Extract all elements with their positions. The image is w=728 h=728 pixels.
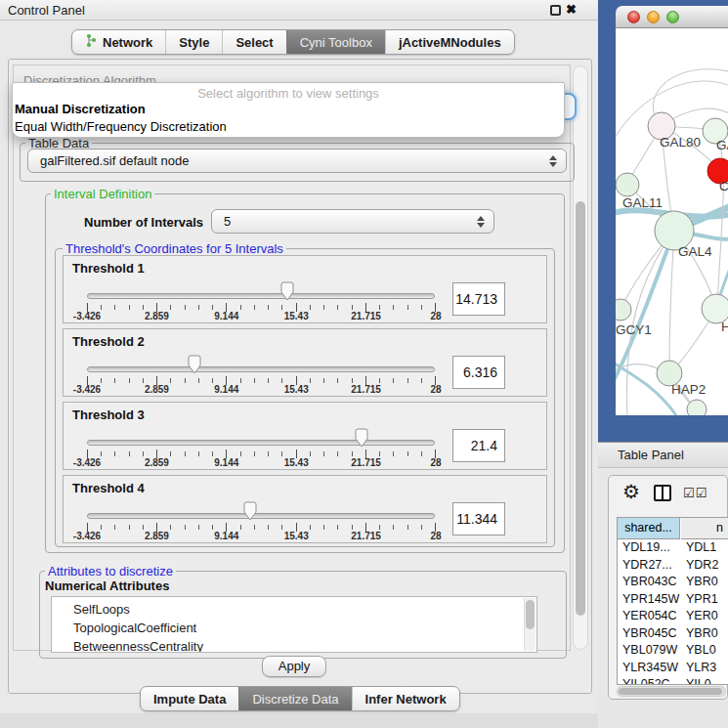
tab-style[interactable]: Style — [165, 30, 222, 54]
node-label: GCY1 — [616, 322, 652, 337]
table-row[interactable]: YBL079WYBL0 — [618, 642, 728, 660]
threshold-card: Threshold 1 -3.426 2.859 9.144 15.43 21.… — [63, 255, 547, 323]
vertical-scrollbar-thumb[interactable] — [576, 201, 585, 616]
table-data-value: galFiltered.sif default node — [40, 153, 189, 168]
node-label: GAL80 — [660, 135, 701, 150]
network-nodes[interactable] — [616, 112, 728, 415]
numerical-attributes-list: SelfLoops TopologicalCoefficient Between… — [51, 596, 537, 653]
tab-label: Impute Data — [153, 692, 226, 707]
algorithm-dropdown-popup: Select algorithm to view settings Manual… — [12, 82, 565, 138]
list-item[interactable]: TopologicalCoefficient — [52, 619, 536, 637]
table-panel-titlebar: Table Panel — [598, 442, 728, 468]
mode-tabbar: Impute Data Discretize Data Infer Networ… — [140, 686, 460, 711]
dropdown-option-manual[interactable]: Manual Discretization — [15, 102, 146, 116]
numerical-attributes-label: Numerical Attributes — [45, 578, 169, 593]
toolbox-tabbar: Network Style Select Cyni Toolbox jActiv… — [71, 29, 515, 55]
tab-cyni-toolbox[interactable]: Cyni Toolbox — [286, 30, 385, 54]
minimize-traffic-light-icon[interactable] — [647, 11, 660, 23]
threshold-label: Threshold 2 — [72, 334, 145, 349]
threshold-value-field[interactable]: 11.344 — [452, 502, 505, 535]
threshold-card: Threshold 4 -3.426 2.859 9.144 15.43 21.… — [63, 475, 547, 543]
node-label: GA — [716, 138, 728, 152]
threshold-label: Threshold 1 — [72, 261, 145, 276]
threshold-value-field[interactable]: 21.4 — [452, 429, 505, 462]
panel-title: Control Panel — [8, 3, 85, 18]
slider-scale-labels: -3.426 2.859 9.144 15.43 21.715 28 — [87, 531, 436, 542]
node-label: C — [719, 179, 728, 193]
horizontal-scrollbar[interactable] — [617, 686, 726, 697]
table-row[interactable]: YBR043CYBR0 — [618, 574, 728, 591]
tab-label: Network — [103, 35, 152, 50]
threshold-card: Threshold 2 -3.426 2.859 9.144 15.43 21.… — [63, 328, 547, 397]
attributes-group-title: Attributes to discretize — [45, 564, 176, 578]
table-row[interactable]: YPR145WYPR1 — [618, 591, 728, 609]
threshold-label: Threshold 4 — [72, 481, 145, 495]
dropdown-hint: Select algorithm to view settings — [13, 86, 564, 101]
node-gal11[interactable] — [616, 173, 639, 196]
close-traffic-light-icon[interactable] — [627, 11, 640, 23]
tab-label: Cyni Toolbox — [300, 35, 372, 50]
table-row[interactable]: YIL052CYIL0 — [618, 676, 728, 685]
tab-discretize-data[interactable]: Discretize Data — [238, 687, 351, 710]
list-item[interactable]: SelfLoops — [52, 597, 536, 619]
tab-impute-data[interactable]: Impute Data — [141, 687, 238, 710]
column-header-shared[interactable]: shared... — [618, 518, 680, 539]
network-icon — [85, 33, 97, 51]
checkbox-pair-icon[interactable]: ☑☑ — [683, 486, 707, 500]
tab-select[interactable]: Select — [222, 30, 285, 54]
vertical-scrollbar[interactable] — [573, 65, 588, 650]
node-label: H — [721, 320, 728, 334]
network-window-titlebar[interactable] — [616, 6, 728, 28]
tab-label: Select — [236, 35, 273, 50]
num-intervals-label: Number of Intervals — [84, 215, 203, 230]
threshold-label: Threshold 3 — [72, 407, 145, 422]
list-scrollbar-thumb[interactable] — [526, 600, 535, 629]
table-panel-title: Table Panel — [618, 448, 684, 462]
zoom-traffic-light-icon[interactable] — [666, 11, 679, 23]
network-view-canvas[interactable]: GAL80 GA C GAL11 GAL4 GCY1 H HAP2 — [616, 28, 728, 415]
list-scrollbar[interactable] — [524, 598, 535, 651]
tab-jactivemnodules[interactable]: jActiveMNodules — [385, 30, 514, 54]
tab-label: jActiveMNodules — [399, 35, 501, 50]
table-row[interactable]: YDR27...YDR2 — [618, 557, 728, 575]
threshold-value-field[interactable]: 14.713 — [452, 282, 505, 316]
column-header-name[interactable]: n — [681, 518, 728, 539]
table-row[interactable]: YER054CYER0 — [618, 608, 728, 625]
thresholds-group-title: Threshold's Coordinates for 5 Intervals — [63, 241, 286, 256]
column-layout-icon[interactable] — [654, 485, 671, 501]
tab-label: Style — [179, 35, 209, 50]
table-panel-window: ⚙ ☑☑ shared... n YDL19...YDL1 YDR27...YD… — [608, 475, 728, 700]
node-label: GAL4 — [678, 244, 712, 259]
list-item[interactable]: BetweennessCentrality — [52, 637, 536, 653]
settings-gear-icon[interactable]: ⚙ — [622, 482, 640, 501]
control-panel-titlebar: Control Panel ✖ — [0, 0, 598, 21]
threshold-value-field[interactable]: 6.316 — [452, 356, 505, 389]
app-stage: Control Panel ✖ Network Style Select Cyn… — [0, 0, 728, 728]
num-intervals-combobox[interactable]: 5 — [211, 209, 494, 234]
threshold-card: Threshold 3 -3.426 2.859 9.144 15.43 21.… — [63, 402, 547, 470]
spinner-arrows-icon — [477, 216, 485, 228]
tab-label: Discretize Data — [252, 692, 338, 707]
table-row[interactable]: YLR345WYLR3 — [618, 660, 728, 677]
horizontal-scrollbar-thumb[interactable] — [619, 688, 722, 695]
tab-label: Infer Network — [365, 692, 447, 707]
slider-scale-labels: -3.426 2.859 9.144 15.43 21.715 28 — [87, 311, 436, 322]
node[interactable] — [687, 400, 707, 415]
dropdown-option-equal-width[interactable]: Equal Width/Frequency Discretization — [15, 119, 227, 134]
close-icon[interactable]: ✖ — [566, 2, 577, 17]
float-window-icon[interactable] — [550, 5, 561, 16]
table-row[interactable]: YDL19...YDL1 — [618, 539, 728, 557]
tab-infer-network[interactable]: Infer Network — [352, 687, 459, 710]
control-panel: Control Panel ✖ Network Style Select Cyn… — [0, 0, 598, 713]
table-data-combobox[interactable]: galFiltered.sif default node — [27, 149, 567, 173]
node-label: HAP2 — [671, 382, 706, 397]
table-row[interactable]: YBR045CYBR0 — [618, 625, 728, 643]
apply-button[interactable]: Apply — [262, 656, 326, 677]
slider-scale-labels: -3.426 2.859 9.144 15.43 21.715 28 — [87, 457, 436, 469]
interval-definition-title: Interval Definition — [51, 187, 154, 201]
slider-scale-labels: -3.426 2.859 9.144 15.43 21.715 28 — [87, 384, 436, 396]
tab-network[interactable]: Network — [72, 30, 165, 54]
node-table: shared... n YDL19...YDL1 YDR27...YDR2 YB… — [617, 517, 728, 685]
node-gcy1[interactable] — [616, 299, 631, 321]
spinner-arrows-icon — [549, 155, 557, 167]
